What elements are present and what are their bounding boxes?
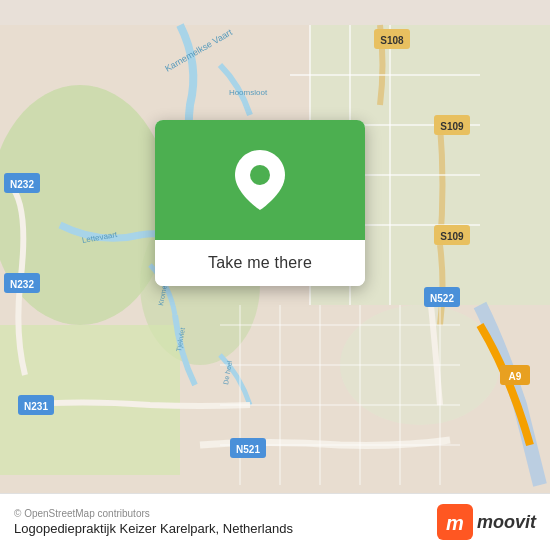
- moovit-icon: m: [437, 504, 473, 540]
- copyright-text: © OpenStreetMap contributors: [14, 508, 293, 519]
- svg-text:m: m: [446, 512, 464, 534]
- svg-text:S108: S108: [380, 35, 404, 46]
- take-me-there-button[interactable]: Take me there: [155, 240, 365, 286]
- svg-text:Hoomsloot: Hoomsloot: [229, 88, 268, 97]
- moovit-logo: m moovit: [437, 504, 536, 540]
- svg-text:N231: N231: [24, 401, 48, 412]
- svg-text:A9: A9: [509, 371, 522, 382]
- svg-text:N232: N232: [10, 179, 34, 190]
- svg-text:N522: N522: [430, 293, 454, 304]
- bottom-left-info: © OpenStreetMap contributors Logopediepr…: [14, 508, 293, 536]
- location-name: Logopediepraktijk Keizer Karelpark, Neth…: [14, 521, 293, 536]
- bottom-bar: © OpenStreetMap contributors Logopediepr…: [0, 493, 550, 550]
- map-container: N232 N232 N231 N521 N522 S108 S109 S109 …: [0, 0, 550, 550]
- location-pin-icon: [235, 150, 285, 210]
- svg-text:S109: S109: [440, 231, 464, 242]
- svg-text:N232: N232: [10, 279, 34, 290]
- svg-text:N521: N521: [236, 444, 260, 455]
- moovit-text: moovit: [477, 512, 536, 533]
- svg-text:S109: S109: [440, 121, 464, 132]
- popup-map-preview: [155, 120, 365, 240]
- popup-card: Take me there: [155, 120, 365, 286]
- svg-point-48: [250, 165, 270, 185]
